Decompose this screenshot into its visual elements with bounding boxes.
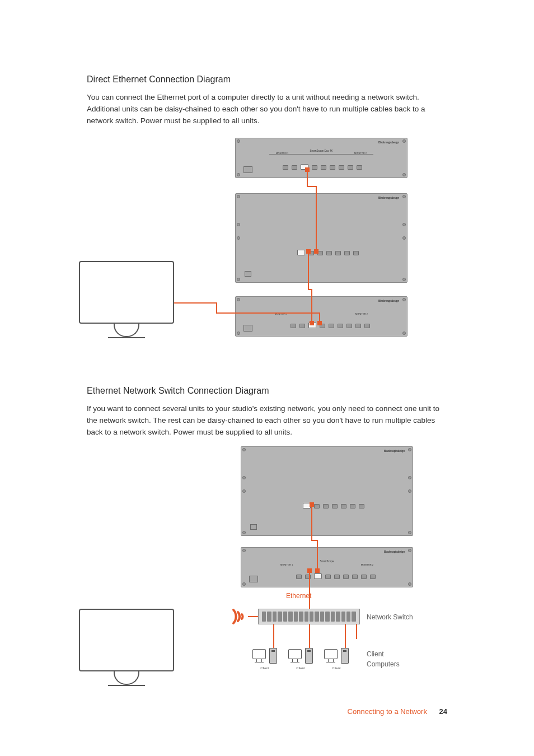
section1-paragraph: You can connect the Ethernet port of a c… <box>87 92 447 127</box>
section2-paragraph: If you want to connect several units to … <box>87 403 447 438</box>
network-switch-label: Network Switch <box>367 612 413 622</box>
monitor1-label: MONITOR 1 <box>275 312 287 316</box>
client-unit-label: Client <box>254 666 276 671</box>
ethernet-label: Ethernet <box>286 591 311 601</box>
client-computer-icon <box>324 649 338 663</box>
client-tower-icon <box>305 648 313 664</box>
monitor2-label: MONITOR 2 <box>355 312 368 316</box>
rack-device-c: Blackmagicdesign MONITOR 1 MONITOR 2 <box>235 296 407 337</box>
monitor2-label: MONITOR 2 <box>361 563 373 567</box>
computer-monitor-icon <box>79 261 174 338</box>
wifi-icon <box>226 605 248 631</box>
page-footer: Connecting to a Network 24 <box>348 706 447 717</box>
client-tower-icon <box>269 648 277 664</box>
section1-heading: Direct Ethernet Connection Diagram <box>87 73 447 86</box>
client-unit-label: Client <box>325 666 348 671</box>
client-computers-label: Client Computers <box>367 649 400 669</box>
client-computer-icon <box>252 649 266 663</box>
client-unit-label: Client <box>289 666 312 671</box>
device-brand-label: Blackmagicdesign <box>384 550 405 554</box>
footer-section-name: Connecting to a Network <box>348 707 427 716</box>
rack-device-d: Blackmagicdesign <box>241 446 413 536</box>
client-tower-icon <box>341 648 349 664</box>
client-computer-icon <box>288 649 302 663</box>
device-brand-label: Blackmagicdesign <box>384 449 405 454</box>
monitor1-label: MONITOR 1 <box>280 563 293 567</box>
footer-page-number: 24 <box>439 707 447 716</box>
section2-heading: Ethernet Network Switch Connection Diagr… <box>87 384 447 398</box>
device-brand-label: Blackmagicdesign <box>378 196 399 200</box>
device-brand-label: Blackmagicdesign <box>378 299 399 304</box>
network-switch-icon <box>258 609 360 624</box>
monitor2-label: MONITOR 2 <box>354 152 367 155</box>
computer-monitor-icon <box>79 609 174 686</box>
diagram-network-switch: Blackmagicdesign Blackmagicdesign MONITO… <box>87 446 445 701</box>
device-brand-label: Blackmagicdesign <box>378 141 399 145</box>
rack-device-b: Blackmagicdesign <box>235 193 407 283</box>
rack-device-e: Blackmagicdesign MONITOR 1 SmartScope MO… <box>241 547 413 587</box>
rack-device-a: Blackmagicdesign MONITOR 1 SmartScope Du… <box>235 138 407 178</box>
monitor1-label: MONITOR 1 <box>276 152 288 155</box>
diagram-direct-ethernet: Blackmagicdesign MONITOR 1 SmartScope Du… <box>87 135 445 367</box>
device-model-label: SmartScope Duo 4K <box>310 150 332 153</box>
